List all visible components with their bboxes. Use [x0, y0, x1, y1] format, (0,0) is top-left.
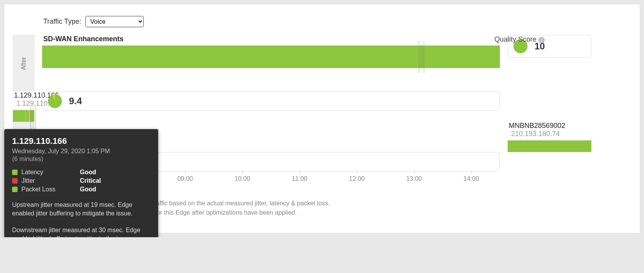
axis-tick: 13:00: [406, 175, 422, 182]
before1-score-value: 9.4: [69, 96, 82, 107]
after-lane: SD-WAN Enhancements: [42, 35, 500, 68]
hover-tooltip: 1.129.110.166 Wednesday, July 29, 2020 1…: [4, 129, 158, 237]
axis-tick: 14:00: [464, 175, 479, 182]
before1-lane: 1.129.110.166 1.129.110.166: [13, 91, 34, 122]
before1-title: 1.129.110.166 1.129.110.166: [14, 91, 34, 108]
segment-good[interactable]: [13, 110, 25, 122]
before2-title: MNBNB28569002 210.193.180.74: [509, 122, 591, 138]
after-side-label: After: [13, 35, 34, 91]
filter-row: Traffic Type: Voice: [4, 4, 640, 35]
traffic-type-label: Traffic Type:: [43, 18, 81, 26]
before2-bar[interactable]: [508, 140, 591, 152]
metric-name: Packet Loss: [21, 186, 80, 193]
pie-icon: [48, 94, 62, 108]
before1-score-card: 9.4: [42, 91, 500, 111]
good-swatch-icon: [12, 170, 18, 175]
tooltip-metric-row: JitterCritical: [12, 177, 150, 184]
metric-value: Good: [80, 169, 96, 176]
traffic-type-select[interactable]: Voice: [85, 16, 144, 27]
axis-tick: 11:00: [292, 175, 307, 182]
tooltip-msg1: Upstream jitter measured at 19 msec. Edg…: [12, 201, 150, 218]
tooltip-msg2: Downstream jitter measured at 30 msec. E…: [12, 226, 150, 237]
tooltip-datetime: Wednesday, July 29, 2020 1:05 PM: [12, 148, 150, 155]
metric-value: Critical: [80, 177, 101, 184]
segment-good[interactable]: [31, 110, 34, 122]
tooltip-duration: (6 minutes): [12, 156, 150, 163]
metric-name: Jitter: [21, 177, 80, 184]
segment-good[interactable]: [508, 140, 591, 152]
tooltip-title: 1.129.110.166: [12, 136, 150, 146]
after-title: SD-WAN Enhancements: [43, 35, 500, 43]
quality-score-header: Quality Score i: [494, 35, 545, 44]
tooltip-metric-row: Packet LossGood: [12, 186, 150, 193]
before2-lane: MNBNB28569002 210.193.180.74: [508, 122, 591, 152]
before1-bar[interactable]: [13, 110, 34, 122]
qoE-card: Traffic Type: Voice Quality Score i Afte…: [4, 4, 640, 233]
after-bar[interactable]: [42, 46, 500, 68]
segment-good[interactable]: [26, 110, 29, 122]
tooltip-metrics: LatencyGoodJitterCriticalPacket LossGood: [12, 169, 150, 193]
axis-tick: 09:00: [177, 175, 193, 182]
axis-tick: 10:00: [235, 175, 250, 182]
axis-tick: 12:00: [349, 175, 365, 182]
metric-name: Latency: [21, 169, 80, 176]
metric-value: Good: [80, 186, 96, 193]
good-swatch-icon: [12, 187, 18, 192]
tooltip-metric-row: LatencyGood: [12, 169, 150, 176]
info-icon[interactable]: i: [538, 37, 545, 43]
segment-good[interactable]: [42, 46, 500, 68]
crit-swatch-icon: [12, 178, 18, 184]
